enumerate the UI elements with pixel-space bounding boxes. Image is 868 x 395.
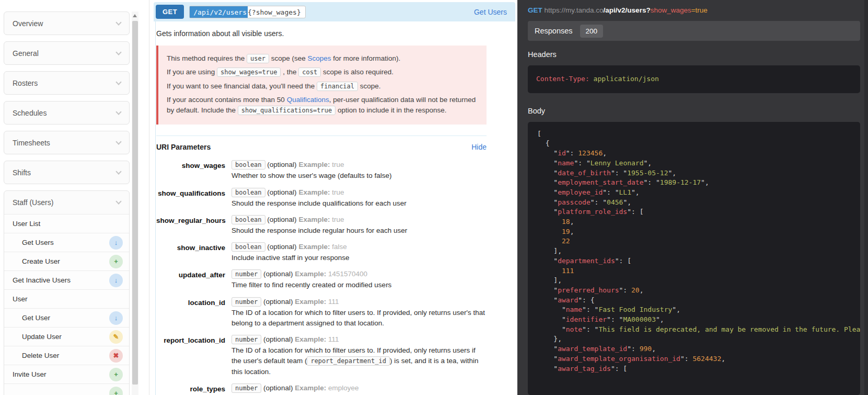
code-punct: ": { [578,296,594,304]
code-chip: user [247,54,269,63]
scroll-up-arrow-icon[interactable] [133,14,137,17]
right-panel-scrollbar[interactable] [864,0,868,395]
code-punct: ": " [607,315,623,323]
param-optional: (optional) [265,243,299,251]
status-200-badge[interactable]: 200 [580,25,604,38]
code-punct: ", [668,169,676,177]
param-optional: (optional) [261,270,295,278]
param-optional: (optional) [265,216,299,223]
sidebar-item-schedules[interactable]: Schedules [4,101,130,125]
create-method-icon: + [109,387,123,395]
param-list: show_wagesboolean (optional) Example: tr… [156,161,487,395]
param-example-value: 1451570400 [328,270,367,278]
sidebar-item-general[interactable]: General [4,41,130,65]
code-line-8: "passcode": "0456", [537,198,851,208]
code-key: preferred_hours [558,286,619,294]
code-key: passcode [558,198,591,206]
param-name: role_types [156,384,225,395]
code-line-14: "department_ids": [ [537,256,851,266]
text-segment: Time filter to find recently created or … [232,281,391,289]
param-example-value: 111 [328,298,339,306]
headers-code-block: Content-Type: application/json [528,65,860,93]
sidebar-item-user-list[interactable]: User List [4,214,129,233]
code-punct: , [570,228,574,235]
param-meta: boolean (optional) Example: true [232,216,487,223]
code-key: name [558,159,574,167]
code-string: 1989-12-17 [660,178,701,186]
text-segment: , the [281,68,298,76]
sidebar-item-invite-user[interactable]: Invite User+ [4,365,129,383]
sidebar-item-update-user[interactable]: Update User✎ [4,327,129,346]
inline-link-qualifications[interactable]: Qualifications [287,96,329,104]
param-example-label: Example: [298,243,332,251]
sidebar-item-rosters[interactable]: Rosters [4,71,130,95]
code-punct: ], [537,276,562,284]
param-description: Whether to show the user's wage (default… [232,171,487,181]
sidebar-item-get-users[interactable]: Get Users↓ [4,233,129,252]
param-example-label: Example: [298,188,332,196]
sidebar-item-staff-users[interactable]: Staff (Users) [4,191,129,214]
param-row-role_types: role_typesnumber (optional) Example: emp… [156,384,487,395]
text-segment: If you are using [167,68,217,76]
param-meta: number (optional) Example: 111 [232,298,487,306]
sidebar-item-partial[interactable]: + [4,383,129,395]
app: OverviewGeneralRostersSchedulesTimesheet… [0,0,868,395]
param-body: number (optional) Example: 111The ID of … [232,298,487,329]
param-optional: (optional) [261,298,295,306]
text-segment: for more information). [331,54,401,62]
sidebar-item-get-user[interactable]: Get User↓ [4,308,129,327]
code-key: name [566,306,582,313]
sidebar-item-label: Rosters [13,79,38,87]
get-method-icon: ↓ [109,311,123,325]
alert-line-4: If your account contains more than 50 Qu… [167,95,478,116]
param-example-value: 111 [328,335,339,343]
code-line-24: "award_template_organisation_id": 562443… [537,354,851,364]
code-chip: show_qualifications=true [238,106,335,115]
url-rest-text: {?show_wages} [248,6,301,18]
code-punct: " [537,208,558,216]
code-punct: " [537,257,558,265]
sidebar-group-staff-users: Staff (Users) User ListGet Users↓Create … [4,190,130,395]
sidebar-item-label: Delete User [22,352,59,359]
param-body: boolean (optional) Example: falseInclude… [232,243,487,263]
code-string: Fast Food Industry [598,306,672,313]
sidebar-item-overview[interactable]: Overview [4,12,130,35]
code-punct: , [721,355,725,363]
alert-line-3: If you want to see financial data, you'l… [167,81,478,92]
sidebar-scrollbar-thumb[interactable] [132,21,138,385]
code-line-16: ], [537,276,851,286]
endpoint-title-link[interactable]: Get Users [474,8,507,16]
sidebar-accordion-list: OverviewGeneralRostersSchedulesTimesheet… [0,12,149,184]
text-segment: Should the response include regular hour… [232,227,407,234]
sidebar-item-label: Timesheets [13,139,50,147]
code-punct: ": " [644,178,660,186]
param-example-label: Example: [295,335,328,343]
text-segment: Should the response include qualificatio… [232,199,407,207]
sidebar-item-create-user[interactable]: Create User+ [4,252,129,270]
chevron-down-icon [115,49,121,55]
headers-label: Headers [528,50,860,59]
sidebar-item-user[interactable]: User [4,289,129,308]
code-line-25: "award_tag_ids": [ [537,364,851,374]
sidebar-item-shifts[interactable]: Shifts [4,161,130,184]
code-line-12: 22 [537,236,851,246]
code-line-9: "platform_role_ids": [ [537,207,851,217]
content-type-value: application/json [589,75,659,83]
sidebar-item-timesheets[interactable]: Timesheets [4,131,130,154]
hide-link[interactable]: Hide [471,143,487,151]
sidebar-item-get-inactive-users[interactable]: Get Inactive Users↓ [4,270,129,289]
endpoint-url-box[interactable]: /api/v2/users{?show_wages} [189,6,306,18]
alert-line-1: This method requires the user scope (see… [167,53,478,64]
inline-link-scopes[interactable]: Scopes [308,54,331,62]
chevron-down-icon [115,79,121,85]
request-method: GET [528,6,542,14]
param-optional: (optional) [261,384,295,392]
code-punct: , [652,345,656,353]
code-string: Lenny Leonard [591,159,644,167]
param-body: number (optional) Example: 1451570400Tim… [232,270,487,290]
sidebar-item-delete-user[interactable]: Delete User✖ [4,346,129,365]
param-type-chip: number [232,269,261,279]
sidebar-scrollbar[interactable] [132,12,138,395]
code-line-5: "date_of_birth": "1955-05-12", [537,168,851,178]
code-key: platform_role_ids [558,208,627,216]
